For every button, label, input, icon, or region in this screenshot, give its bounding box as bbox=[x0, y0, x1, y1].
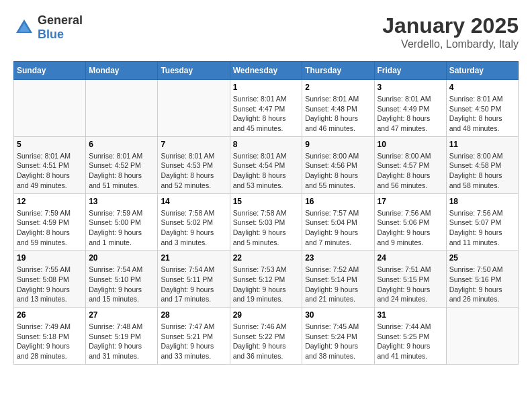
day-number: 23 bbox=[305, 253, 371, 263]
column-header-sunday: Sunday bbox=[14, 62, 86, 80]
day-number: 7 bbox=[161, 140, 226, 149]
day-info: Sunrise: 7:48 AMSunset: 5:19 PMDaylight:… bbox=[89, 322, 154, 361]
calendar-cell: 5Sunrise: 8:01 AMSunset: 4:51 PMDaylight… bbox=[14, 136, 86, 193]
day-info: Sunrise: 7:47 AMSunset: 5:21 PMDaylight:… bbox=[161, 322, 226, 361]
day-number: 28 bbox=[161, 310, 226, 320]
calendar-table: SundayMondayTuesdayWednesdayThursdayFrid… bbox=[13, 61, 519, 365]
day-number: 8 bbox=[233, 140, 300, 149]
month-title: January 2025 bbox=[382, 13, 519, 38]
calendar-cell: 29Sunrise: 7:46 AMSunset: 5:22 PMDayligh… bbox=[230, 308, 302, 365]
calendar-week-row: 1Sunrise: 8:01 AMSunset: 4:47 PMDaylight… bbox=[14, 80, 519, 137]
day-number: 9 bbox=[305, 140, 371, 149]
calendar-cell: 23Sunrise: 7:52 AMSunset: 5:14 PMDayligh… bbox=[302, 250, 374, 308]
day-number: 22 bbox=[233, 253, 300, 263]
day-number: 5 bbox=[17, 140, 83, 149]
calendar-cell: 16Sunrise: 7:57 AMSunset: 5:04 PMDayligh… bbox=[302, 193, 374, 250]
day-number: 1 bbox=[233, 83, 300, 92]
title-area: January 2025 Verdello, Lombardy, Italy bbox=[382, 13, 519, 50]
day-info: Sunrise: 8:01 AMSunset: 4:49 PMDaylight:… bbox=[378, 94, 443, 134]
calendar-week-row: 5Sunrise: 8:01 AMSunset: 4:51 PMDaylight… bbox=[14, 136, 519, 193]
calendar-cell: 13Sunrise: 7:59 AMSunset: 5:00 PMDayligh… bbox=[86, 193, 158, 250]
column-header-thursday: Thursday bbox=[302, 62, 374, 80]
column-header-monday: Monday bbox=[86, 62, 158, 80]
calendar-cell: 7Sunrise: 8:01 AMSunset: 4:53 PMDaylight… bbox=[158, 136, 230, 193]
day-number: 6 bbox=[89, 140, 154, 149]
day-number: 16 bbox=[305, 197, 371, 206]
calendar-cell bbox=[14, 80, 86, 137]
day-info: Sunrise: 7:57 AMSunset: 5:04 PMDaylight:… bbox=[305, 208, 371, 248]
calendar-cell: 11Sunrise: 8:00 AMSunset: 4:58 PMDayligh… bbox=[446, 136, 518, 193]
day-info: Sunrise: 7:54 AMSunset: 5:11 PMDaylight:… bbox=[161, 265, 226, 304]
day-number: 13 bbox=[89, 197, 154, 206]
calendar-cell: 6Sunrise: 8:01 AMSunset: 4:52 PMDaylight… bbox=[86, 136, 158, 193]
day-info: Sunrise: 8:00 AMSunset: 4:58 PMDaylight:… bbox=[449, 151, 515, 191]
calendar-cell: 15Sunrise: 7:58 AMSunset: 5:03 PMDayligh… bbox=[230, 193, 302, 250]
day-info: Sunrise: 8:01 AMSunset: 4:52 PMDaylight:… bbox=[89, 151, 154, 191]
day-info: Sunrise: 7:55 AMSunset: 5:08 PMDaylight:… bbox=[17, 265, 83, 304]
column-header-tuesday: Tuesday bbox=[158, 62, 230, 80]
calendar-cell: 10Sunrise: 8:00 AMSunset: 4:57 PMDayligh… bbox=[374, 136, 446, 193]
calendar-week-row: 12Sunrise: 7:59 AMSunset: 4:59 PMDayligh… bbox=[14, 193, 519, 250]
day-number: 4 bbox=[449, 83, 515, 92]
calendar-cell: 21Sunrise: 7:54 AMSunset: 5:11 PMDayligh… bbox=[158, 250, 230, 308]
day-info: Sunrise: 7:56 AMSunset: 5:07 PMDaylight:… bbox=[449, 208, 515, 248]
column-header-wednesday: Wednesday bbox=[230, 62, 302, 80]
day-info: Sunrise: 8:01 AMSunset: 4:47 PMDaylight:… bbox=[233, 94, 300, 134]
calendar-cell: 9Sunrise: 8:00 AMSunset: 4:56 PMDaylight… bbox=[302, 136, 374, 193]
day-info: Sunrise: 7:59 AMSunset: 4:59 PMDaylight:… bbox=[17, 208, 83, 248]
day-info: Sunrise: 7:58 AMSunset: 5:03 PMDaylight:… bbox=[233, 208, 300, 248]
day-info: Sunrise: 7:46 AMSunset: 5:22 PMDaylight:… bbox=[233, 322, 300, 361]
calendar-cell: 26Sunrise: 7:49 AMSunset: 5:18 PMDayligh… bbox=[14, 308, 86, 365]
calendar-week-row: 19Sunrise: 7:55 AMSunset: 5:08 PMDayligh… bbox=[14, 250, 519, 308]
calendar-cell: 24Sunrise: 7:51 AMSunset: 5:15 PMDayligh… bbox=[374, 250, 446, 308]
day-info: Sunrise: 8:01 AMSunset: 4:51 PMDaylight:… bbox=[17, 151, 83, 191]
day-info: Sunrise: 7:52 AMSunset: 5:14 PMDaylight:… bbox=[305, 265, 371, 304]
calendar-header-row: SundayMondayTuesdayWednesdayThursdayFrid… bbox=[14, 62, 519, 80]
day-number: 10 bbox=[378, 140, 443, 149]
logo-icon bbox=[13, 17, 35, 38]
day-number: 15 bbox=[233, 197, 300, 206]
day-number: 3 bbox=[378, 83, 443, 92]
calendar-cell: 1Sunrise: 8:01 AMSunset: 4:47 PMDaylight… bbox=[230, 80, 302, 137]
day-info: Sunrise: 7:49 AMSunset: 5:18 PMDaylight:… bbox=[17, 322, 83, 361]
calendar-cell: 19Sunrise: 7:55 AMSunset: 5:08 PMDayligh… bbox=[14, 250, 86, 308]
day-number: 19 bbox=[17, 253, 83, 263]
calendar-cell: 14Sunrise: 7:58 AMSunset: 5:02 PMDayligh… bbox=[158, 193, 230, 250]
column-header-friday: Friday bbox=[374, 62, 446, 80]
day-info: Sunrise: 7:44 AMSunset: 5:25 PMDaylight:… bbox=[378, 322, 443, 361]
page-header: General Blue January 2025 Verdello, Lomb… bbox=[13, 13, 519, 50]
day-info: Sunrise: 7:50 AMSunset: 5:16 PMDaylight:… bbox=[449, 265, 515, 304]
day-number: 30 bbox=[305, 310, 371, 320]
day-info: Sunrise: 8:01 AMSunset: 4:50 PMDaylight:… bbox=[449, 94, 515, 134]
day-info: Sunrise: 8:01 AMSunset: 4:53 PMDaylight:… bbox=[161, 151, 226, 191]
calendar-cell: 20Sunrise: 7:54 AMSunset: 5:10 PMDayligh… bbox=[86, 250, 158, 308]
day-number: 31 bbox=[378, 310, 443, 320]
day-info: Sunrise: 8:00 AMSunset: 4:57 PMDaylight:… bbox=[378, 151, 443, 191]
day-info: Sunrise: 8:00 AMSunset: 4:56 PMDaylight:… bbox=[305, 151, 371, 191]
logo-text-general: General bbox=[38, 13, 83, 27]
calendar-cell: 30Sunrise: 7:45 AMSunset: 5:24 PMDayligh… bbox=[302, 308, 374, 365]
day-info: Sunrise: 7:53 AMSunset: 5:12 PMDaylight:… bbox=[233, 265, 300, 304]
calendar-cell: 3Sunrise: 8:01 AMSunset: 4:49 PMDaylight… bbox=[374, 80, 446, 137]
day-number: 2 bbox=[305, 83, 371, 92]
calendar-cell: 12Sunrise: 7:59 AMSunset: 4:59 PMDayligh… bbox=[14, 193, 86, 250]
calendar-cell: 28Sunrise: 7:47 AMSunset: 5:21 PMDayligh… bbox=[158, 308, 230, 365]
calendar-cell: 2Sunrise: 8:01 AMSunset: 4:48 PMDaylight… bbox=[302, 80, 374, 137]
calendar-cell bbox=[86, 80, 158, 137]
day-number: 14 bbox=[161, 197, 226, 206]
calendar-cell: 4Sunrise: 8:01 AMSunset: 4:50 PMDaylight… bbox=[446, 80, 518, 137]
day-number: 29 bbox=[233, 310, 300, 320]
day-info: Sunrise: 7:56 AMSunset: 5:06 PMDaylight:… bbox=[378, 208, 443, 248]
day-number: 11 bbox=[449, 140, 515, 149]
day-number: 17 bbox=[378, 197, 443, 206]
calendar-cell: 27Sunrise: 7:48 AMSunset: 5:19 PMDayligh… bbox=[86, 308, 158, 365]
logo: General Blue bbox=[13, 13, 83, 42]
day-number: 20 bbox=[89, 253, 154, 263]
location-title: Verdello, Lombardy, Italy bbox=[382, 38, 519, 50]
calendar-cell: 17Sunrise: 7:56 AMSunset: 5:06 PMDayligh… bbox=[374, 193, 446, 250]
day-number: 18 bbox=[449, 197, 515, 206]
calendar-cell: 22Sunrise: 7:53 AMSunset: 5:12 PMDayligh… bbox=[230, 250, 302, 308]
day-info: Sunrise: 7:45 AMSunset: 5:24 PMDaylight:… bbox=[305, 322, 371, 361]
day-number: 26 bbox=[17, 310, 83, 320]
calendar-cell: 25Sunrise: 7:50 AMSunset: 5:16 PMDayligh… bbox=[446, 250, 518, 308]
